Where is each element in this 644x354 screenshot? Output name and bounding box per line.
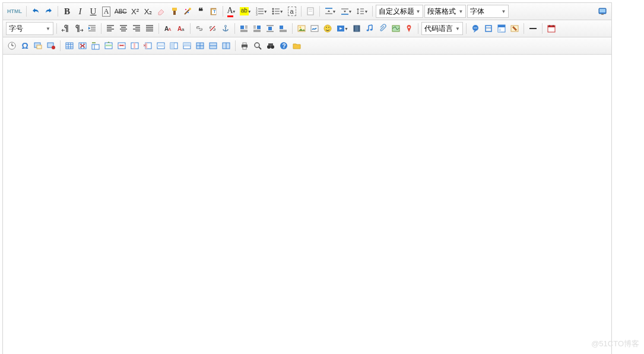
lowercase-button[interactable]: Aa [175,23,187,34]
line-height-button[interactable]: ▼ [354,5,369,17]
strikethrough-icon: ABC [115,8,127,15]
bold-icon: B [64,7,70,17]
music-button[interactable] [364,23,376,34]
split-cols-button[interactable] [220,40,232,52]
emotion-button[interactable] [322,23,334,34]
image-button[interactable] [296,23,307,34]
print-button[interactable] [239,40,250,52]
clear-doc-button[interactable] [304,5,316,17]
img-right-icon [252,24,262,33]
preview-button[interactable] [252,40,264,52]
merge-cells-button[interactable] [155,40,167,52]
unordered-list-button[interactable]: ▼ [270,5,285,17]
svg-point-112 [52,46,55,49]
drafts-button[interactable] [291,40,303,52]
wordimage-button[interactable] [45,40,57,52]
scrawl-button[interactable] [309,23,321,34]
folder-icon [292,41,302,50]
delete-col-button[interactable] [142,40,154,52]
direction-rtl-button[interactable] [60,23,72,34]
redo-button[interactable] [43,5,55,17]
img-center-button[interactable] [264,23,276,34]
row-spacing-top-button[interactable]: ▼ [323,5,338,17]
col-delete-icon [143,41,153,50]
img-none-button[interactable] [277,23,289,34]
table-delete-icon [78,41,87,50]
code-lang-dropdown[interactable]: 代码语言▼ [421,22,463,35]
insert-para-before-button[interactable] [90,40,101,52]
insert-row-button[interactable] [103,40,115,52]
unlink-button[interactable] [207,23,218,34]
strikethrough-button[interactable]: ABC [113,5,128,17]
fullscreen-button[interactable] [597,5,608,17]
help-button[interactable]: ? [278,40,290,52]
split-rows-button[interactable] [207,40,219,52]
forecolor-button[interactable]: A▼ [226,5,237,17]
font-family-dropdown[interactable]: 字体▼ [467,5,509,18]
remove-format-button[interactable] [156,5,167,17]
bold-button[interactable]: B [61,5,73,17]
pagination-button[interactable] [483,23,494,34]
svg-line-157 [259,47,261,49]
indent-button[interactable] [86,23,98,34]
italic-button[interactable]: I [74,5,86,17]
date-button[interactable] [545,23,557,34]
insert-col-button[interactable] [129,40,141,52]
delete-row-button[interactable] [116,40,128,52]
webapp-button[interactable] [469,23,481,34]
horizontal-rule-button[interactable] [527,23,539,34]
delete-table-button[interactable] [77,40,88,52]
separator [158,23,159,34]
direction-ltr-button[interactable] [73,23,85,34]
svg-rect-127 [105,45,112,46]
fontborder-button[interactable]: A [100,5,112,17]
gmap-button[interactable] [403,23,415,34]
row-spacing-bottom-button[interactable]: ▼ [339,5,354,17]
editor-content-area[interactable] [3,55,611,354]
backcolor-button[interactable]: ab▼ [239,5,253,17]
snapscreen-button[interactable] [32,40,44,52]
time-button[interactable] [6,40,18,52]
attachment-button[interactable] [377,23,389,34]
ordered-list-button[interactable]: 123▼ [254,5,269,17]
align-left-button[interactable] [104,23,116,34]
background-button[interactable] [509,23,521,34]
img-right-button[interactable] [251,23,263,34]
underline-button[interactable]: U [87,5,99,17]
align-justify-button[interactable] [144,23,156,34]
autotype-button[interactable] [182,5,193,17]
map-button[interactable] [390,23,402,34]
search-replace-button[interactable] [265,40,277,52]
svg-rect-86 [359,26,360,31]
uppercase-button[interactable]: AA [162,23,174,34]
img-left-button[interactable] [238,23,250,34]
ltr-icon [74,24,84,33]
spechars-button[interactable]: Ω [19,40,31,52]
source-button[interactable]: HTML [6,5,23,17]
anchor-button[interactable] [220,23,231,34]
svg-point-16 [272,13,274,15]
split-cells-button[interactable] [194,40,206,52]
merge-right-button[interactable] [168,40,180,52]
svg-point-93 [475,27,476,29]
paste-plain-button[interactable]: T [208,5,220,17]
custom-title-dropdown[interactable]: 自定义标题▼ [376,5,423,18]
align-right-button[interactable] [131,23,142,34]
row-insert-icon [104,41,113,50]
template-button[interactable] [496,23,507,34]
video-button[interactable]: ▼ [335,23,350,34]
select-all-button[interactable]: a [286,5,298,17]
font-size-dropdown[interactable]: 字号▼ [6,22,53,35]
insert-table-button[interactable] [64,40,75,52]
superscript-button[interactable]: X² [129,5,141,17]
movie-button[interactable] [351,23,363,34]
align-center-button[interactable] [118,23,129,34]
subscript-button[interactable]: X₂ [142,5,154,17]
paragraph-format-dropdown[interactable]: 段落格式▼ [424,5,466,18]
dropdown-arrow-icon: ▼ [46,26,50,31]
undo-button[interactable] [30,5,42,17]
format-match-button[interactable] [169,5,180,17]
merge-down-button[interactable] [181,40,193,52]
link-button[interactable] [193,23,205,34]
blockquote-button[interactable]: ❝ [195,5,207,17]
